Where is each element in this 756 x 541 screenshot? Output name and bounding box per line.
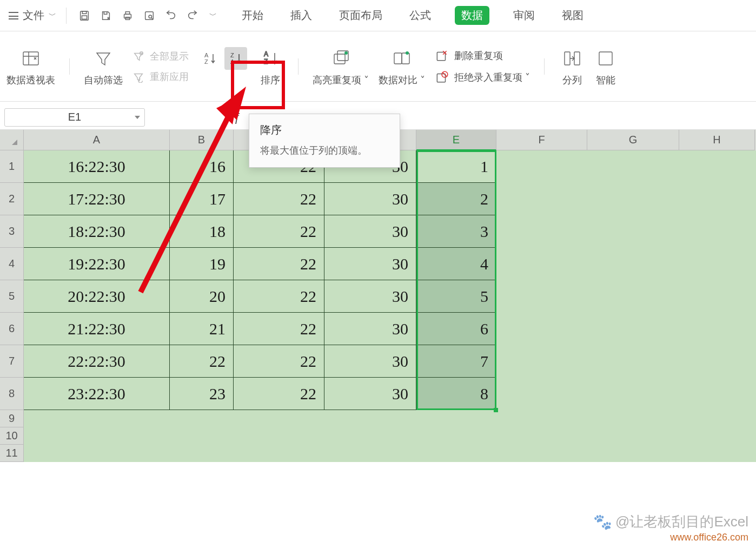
cell[interactable]: 17:22:30 [24, 183, 170, 215]
autofilter-button[interactable]: 自动筛选 [84, 47, 123, 87]
cell[interactable] [679, 215, 755, 248]
undo-icon[interactable] [163, 8, 179, 24]
cell[interactable]: 22 [170, 345, 234, 378]
row-header[interactable]: 5 [0, 280, 24, 313]
cell[interactable]: 30 [324, 183, 416, 215]
cell[interactable]: 3 [416, 215, 496, 248]
col-header-B[interactable]: B [170, 130, 234, 150]
cell[interactable] [170, 410, 234, 427]
row-header[interactable]: 3 [0, 215, 24, 248]
cell[interactable]: 30 [324, 378, 416, 410]
show-all-button[interactable]: 全部显示 [132, 50, 189, 63]
cell[interactable] [496, 150, 587, 183]
cell[interactable] [416, 410, 496, 427]
cell[interactable] [587, 183, 679, 215]
cell[interactable] [587, 378, 679, 410]
tab-home[interactable]: 开始 [238, 6, 267, 25]
cell[interactable]: 23:22:30 [24, 378, 170, 410]
cell[interactable]: 23 [170, 378, 234, 410]
cell[interactable]: 8 [416, 378, 496, 410]
cell[interactable] [679, 313, 755, 345]
cell[interactable] [24, 410, 170, 427]
cell[interactable] [679, 410, 755, 427]
cell[interactable] [496, 280, 587, 313]
cell[interactable] [679, 248, 755, 280]
cell[interactable] [679, 427, 755, 445]
cell[interactable]: 17 [170, 183, 234, 215]
reapply-button[interactable]: 重新应用 [132, 70, 189, 83]
col-header-E[interactable]: E [416, 130, 496, 150]
cell[interactable] [679, 378, 755, 410]
chevron-down-icon[interactable]: ﹀ [209, 11, 217, 21]
cell[interactable] [496, 378, 587, 410]
cell[interactable]: 2 [416, 183, 496, 215]
cell[interactable] [587, 215, 679, 248]
sort-asc-button[interactable]: AZ [198, 47, 221, 70]
row-header[interactable]: 4 [0, 248, 24, 280]
cell[interactable]: 6 [416, 313, 496, 345]
col-header-F[interactable]: F [496, 130, 587, 150]
cell[interactable] [234, 410, 324, 427]
reject-dup-button[interactable]: 拒绝录入重复项 ˅ [435, 70, 530, 84]
cell[interactable]: 20:22:30 [24, 280, 170, 313]
cell[interactable]: 21:22:30 [24, 313, 170, 345]
row-header[interactable]: 1 [0, 150, 24, 183]
data-compare-button[interactable]: 数据对比 ˅ [379, 47, 425, 87]
cell[interactable]: 20 [170, 280, 234, 313]
row-header[interactable]: 7 [0, 345, 24, 378]
highlight-dup-button[interactable]: 高亮重复项 ˅ [313, 47, 369, 87]
cell[interactable] [679, 183, 755, 215]
tab-formula[interactable]: 公式 [406, 6, 434, 25]
pivot-table-button[interactable]: 数据透视表 [6, 47, 55, 87]
cell[interactable]: 22 [234, 280, 324, 313]
cell[interactable] [679, 345, 755, 378]
fx-icon[interactable]: ƒ [234, 110, 240, 124]
cell[interactable]: 30 [324, 215, 416, 248]
cell[interactable]: 22 [234, 248, 324, 280]
cell[interactable]: 18:22:30 [24, 215, 170, 248]
sort-desc-button[interactable]: ZA [224, 47, 247, 70]
cell[interactable]: 16:22:30 [24, 150, 170, 183]
name-box[interactable]: E1 [4, 108, 145, 127]
cell[interactable] [679, 150, 755, 183]
cell[interactable] [587, 150, 679, 183]
col-header-A[interactable]: A [24, 130, 170, 150]
cell[interactable] [587, 313, 679, 345]
row-header[interactable]: 2 [0, 183, 24, 215]
cell[interactable] [496, 427, 587, 445]
remove-dup-button[interactable]: 删除重复项 [435, 49, 530, 63]
cell[interactable] [679, 445, 755, 462]
cell[interactable]: 22 [234, 378, 324, 410]
cell[interactable]: 22 [234, 345, 324, 378]
cell[interactable]: 30 [324, 280, 416, 313]
cell[interactable]: 22 [234, 215, 324, 248]
cell[interactable] [496, 445, 587, 462]
col-header-G[interactable]: G [587, 130, 679, 150]
cell[interactable] [587, 445, 679, 462]
cell[interactable] [324, 445, 416, 462]
cell[interactable] [679, 280, 755, 313]
print-icon[interactable] [120, 8, 136, 24]
tab-review[interactable]: 审阅 [510, 6, 538, 25]
cell[interactable] [587, 280, 679, 313]
text-to-columns-button[interactable]: 分列 [559, 47, 586, 87]
row-header[interactable]: 10 [0, 427, 24, 445]
select-all-corner[interactable] [0, 130, 24, 150]
row-header[interactable]: 8 [0, 378, 24, 410]
cell[interactable] [496, 248, 587, 280]
cell[interactable] [416, 427, 496, 445]
tab-view[interactable]: 视图 [559, 6, 587, 25]
cell[interactable]: 21 [170, 313, 234, 345]
cell[interactable] [496, 313, 587, 345]
row-header[interactable]: 6 [0, 313, 24, 345]
cell[interactable]: 19 [170, 248, 234, 280]
col-header-H[interactable]: H [679, 130, 755, 150]
cell[interactable] [496, 410, 587, 427]
cell[interactable] [324, 427, 416, 445]
cell[interactable] [170, 427, 234, 445]
fill-handle[interactable] [494, 408, 498, 412]
redo-icon[interactable] [184, 8, 201, 24]
cell[interactable]: 22:22:30 [24, 345, 170, 378]
row-header[interactable]: 9 [0, 410, 24, 427]
cell[interactable]: 19:22:30 [24, 248, 170, 280]
